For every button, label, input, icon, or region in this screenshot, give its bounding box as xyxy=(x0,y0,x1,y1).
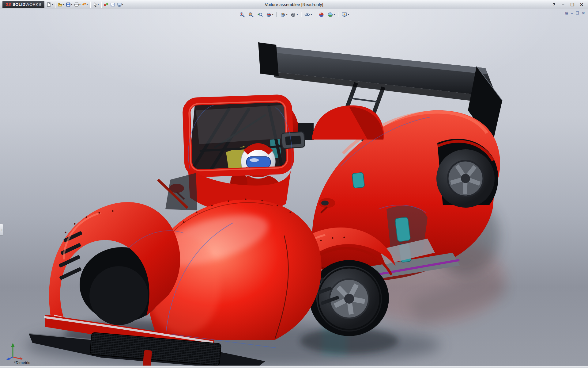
dropdown-caret[interactable]: ▾ xyxy=(87,3,88,6)
document-window-controls: ⊞ – ❐ ✕ xyxy=(565,11,585,15)
dropdown-caret[interactable]: ▾ xyxy=(286,13,287,16)
heads-up-view-toolbar: ▾ ▾ ▾ ▾ xyxy=(238,11,350,18)
status-bar xyxy=(0,366,588,368)
y-axis-arrow xyxy=(11,343,15,347)
visor-glint xyxy=(250,158,259,162)
component-blocks-icon xyxy=(104,2,108,7)
dropdown-caret[interactable]: ▾ xyxy=(71,3,72,6)
graphics-viewport[interactable]: ▾ ▾ ▾ ▾ xyxy=(0,9,588,366)
zoom-to-fit-button[interactable] xyxy=(238,11,246,18)
titlebar: ЗS SOLIDWORKS ▾ ▾ ▾ xyxy=(0,0,588,9)
view-settings-monitor-icon xyxy=(341,12,348,18)
helmet-visor xyxy=(247,157,270,168)
save-button[interactable]: ▾ xyxy=(65,1,73,9)
section-cube-icon xyxy=(266,12,272,18)
view-orientation-label: *Dimetric xyxy=(14,360,30,365)
eye-icon xyxy=(304,12,311,18)
dropdown-caret[interactable]: ▾ xyxy=(52,3,53,6)
window-controls: ? – ❐ ✕ xyxy=(551,2,586,7)
restore-button[interactable]: ❐ xyxy=(570,2,575,7)
new-document-button[interactable]: ▾ xyxy=(46,1,54,9)
section-view-button[interactable]: ▾ xyxy=(265,11,274,18)
car-model[interactable] xyxy=(0,9,588,366)
main-toolbar: ▾ ▾ ▾ ▾ ↶ xyxy=(46,1,124,9)
options-monitor-icon xyxy=(117,2,122,7)
dassault-3ds-mark: ЗS xyxy=(6,2,11,7)
toolbar-separator xyxy=(315,12,315,17)
magnifier-back-icon xyxy=(257,12,263,18)
select-cursor-icon xyxy=(92,2,97,7)
display-style-button[interactable]: ▾ xyxy=(289,11,299,18)
dropdown-caret[interactable]: ▾ xyxy=(311,13,312,16)
edit-appearance-button[interactable] xyxy=(318,11,326,18)
dropdown-caret[interactable]: ▾ xyxy=(348,13,349,16)
orientation-triad xyxy=(4,341,24,361)
toolbar-separator xyxy=(101,2,101,8)
window-title: Voiture assemblee [Read-only] xyxy=(265,2,323,7)
feature-panel-toggle[interactable]: ◂ xyxy=(0,224,3,236)
scene-sphere-icon xyxy=(327,12,334,18)
help-button[interactable]: ? xyxy=(551,2,557,7)
orientation-cube-icon xyxy=(280,12,286,18)
side-glass-teal[interactable] xyxy=(352,172,365,188)
minimize-button[interactable]: – xyxy=(560,2,566,7)
undo-arrow-icon: ↶ xyxy=(82,2,86,7)
dropdown-caret[interactable]: ▾ xyxy=(334,13,335,16)
apply-scene-button[interactable]: ▾ xyxy=(326,11,336,18)
select-button[interactable]: ▾ xyxy=(92,1,100,9)
close-button[interactable]: ✕ xyxy=(579,2,584,7)
edit-component-button[interactable] xyxy=(103,1,109,9)
close-document-button[interactable]: ✕ xyxy=(582,11,585,15)
undo-button[interactable]: ↶ ▾ xyxy=(81,1,89,9)
solidworks-logo: ЗS SOLIDWORKS xyxy=(2,1,44,8)
toolbar-separator xyxy=(301,12,301,17)
new-window-button[interactable]: ⊞ xyxy=(565,11,568,15)
dropdown-caret[interactable]: ▾ xyxy=(79,3,81,6)
magnifier-icon xyxy=(239,12,245,18)
dropdown-caret[interactable]: ▾ xyxy=(122,3,123,6)
print-button[interactable]: ▾ xyxy=(73,1,81,9)
wheel-hub xyxy=(344,294,354,304)
magnifier-area-icon xyxy=(248,12,254,18)
hide-show-items-button[interactable]: ▾ xyxy=(303,11,313,18)
save-floppy-icon xyxy=(66,2,71,7)
open-folder-icon xyxy=(58,2,62,7)
door-window-glass[interactable] xyxy=(395,217,411,242)
shaded-cube-icon xyxy=(290,12,296,18)
x-axis xyxy=(13,357,20,359)
open-button[interactable]: ▾ xyxy=(57,1,65,9)
solidworks-window: ЗS SOLIDWORKS ▾ ▾ ▾ xyxy=(0,0,588,368)
dropdown-caret[interactable]: ▾ xyxy=(63,3,64,6)
toolbar-separator xyxy=(55,2,55,8)
logo-text-works: WORKS xyxy=(25,2,41,7)
toolbar-separator xyxy=(276,12,277,17)
make-drawing-button[interactable] xyxy=(109,1,116,9)
toolbar-separator xyxy=(90,2,90,8)
drawing-sheet-icon xyxy=(110,2,115,7)
appearance-ball-icon xyxy=(318,12,325,18)
options-button[interactable]: ▾ xyxy=(116,1,124,9)
wing-endplate-left[interactable] xyxy=(258,42,279,76)
previous-view-button[interactable] xyxy=(256,11,264,18)
minimize-document-button[interactable]: – xyxy=(571,11,573,15)
dropdown-caret[interactable]: ▾ xyxy=(272,13,273,16)
new-document-icon xyxy=(47,2,51,7)
toolbar-separator xyxy=(338,12,338,17)
zoom-to-area-button[interactable] xyxy=(247,11,255,18)
view-settings-button[interactable]: ▾ xyxy=(341,11,350,18)
intake-opening xyxy=(285,136,301,145)
logo-text-solid: SOLID xyxy=(13,2,25,7)
wheel-hub xyxy=(461,174,470,183)
view-orientation-button[interactable]: ▾ xyxy=(279,11,288,18)
left-tire[interactable] xyxy=(89,266,148,325)
mirror-face xyxy=(321,201,329,205)
dropdown-caret[interactable]: ▾ xyxy=(296,13,298,16)
dropdown-caret[interactable]: ▾ xyxy=(98,3,99,6)
restore-document-button[interactable]: ❐ xyxy=(576,11,579,15)
print-icon xyxy=(74,2,79,7)
windshield-glass[interactable] xyxy=(196,105,288,144)
splitter-support xyxy=(143,350,152,366)
